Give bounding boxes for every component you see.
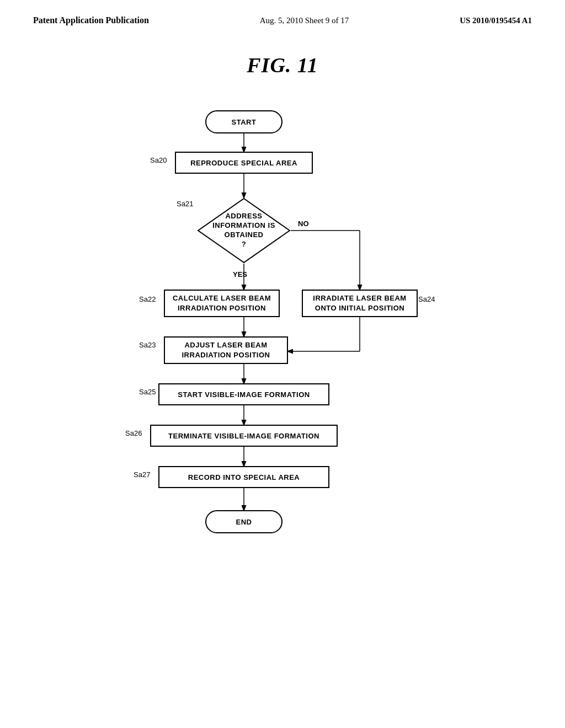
sa26-node: TERMINATE VISIBLE-IMAGE FORMATION: [150, 425, 338, 447]
sa24-label: Sa24: [418, 295, 435, 303]
start-node: START: [205, 110, 282, 133]
sa22-label: Sa22: [139, 295, 156, 303]
end-node: END: [205, 510, 282, 533]
sa22-node: CALCULATE LASER BEAM IRRADIATION POSITIO…: [164, 290, 280, 317]
publication-label: Patent Application Publication: [33, 15, 149, 25]
sa27-node: RECORD INTO SPECIAL AREA: [158, 466, 329, 488]
sa25-label: Sa25: [139, 388, 156, 396]
sa20-node: REPRODUCE SPECIAL AREA: [175, 152, 313, 174]
sa24-node: IRRADIATE LASER BEAM ONTO INITIAL POSITI…: [302, 290, 418, 317]
date-sheet-label: Aug. 5, 2010 Sheet 9 of 17: [260, 16, 349, 25]
sa27-label: Sa27: [134, 470, 150, 479]
sa23-label: Sa23: [139, 341, 156, 349]
page-header: Patent Application Publication Aug. 5, 2…: [0, 0, 565, 25]
sa21-diamond: ADDRESSINFORMATION IS OBTAINED?: [197, 197, 291, 264]
svg-text:NO: NO: [298, 220, 309, 228]
patent-number-label: US 2010/0195454 A1: [460, 16, 532, 25]
figure-title: FIG. 11: [0, 53, 565, 77]
sa26-label: Sa26: [125, 429, 142, 437]
svg-text:YES: YES: [233, 270, 247, 279]
sa21-label: Sa21: [177, 200, 193, 208]
flowchart: YES NO START Sa20 REPRODUCE SPECIAL AREA…: [89, 99, 476, 596]
sa25-node: START VISIBLE-IMAGE FORMATION: [158, 383, 329, 405]
sa23-node: ADJUST LASER BEAM IRRADIATION POSITION: [164, 336, 288, 364]
sa20-label: Sa20: [150, 156, 167, 164]
